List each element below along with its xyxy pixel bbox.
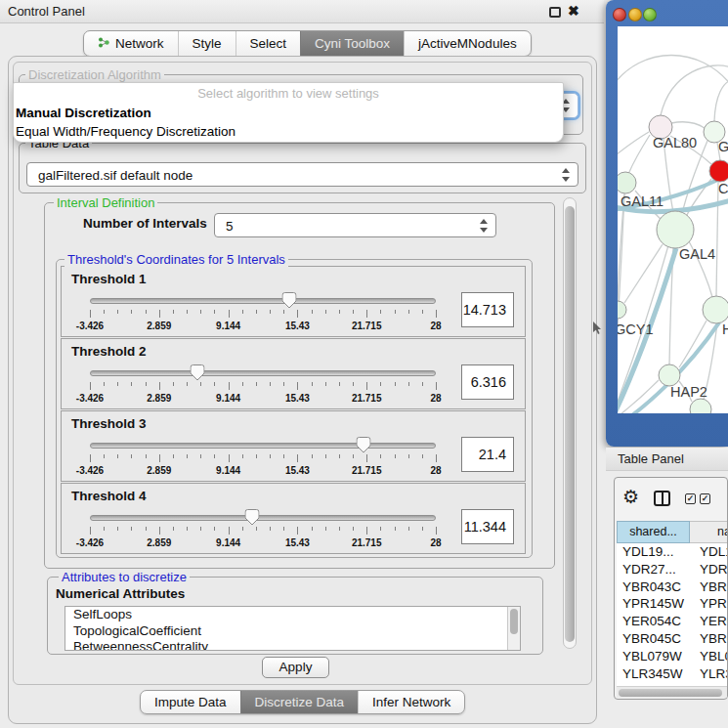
tick-mark — [270, 382, 271, 386]
slider-track[interactable] — [90, 515, 436, 521]
tab-cyni-toolbox[interactable]: Cyni Toolbox — [300, 31, 404, 56]
network-view-window[interactable]: GAL80GACGAL11GAL4GCY1HHAP2 — [606, 0, 728, 447]
network-node[interactable] — [690, 399, 711, 413]
table-row[interactable]: YBL079WYBL0 — [617, 648, 728, 665]
interval-definition-title: Interval Definition — [54, 195, 157, 210]
tick-mark — [187, 382, 188, 386]
network-canvas[interactable]: GAL80GACGAL11GAL4GCY1HHAP2 — [618, 26, 728, 413]
settings-scrollbar[interactable] — [563, 197, 577, 649]
threshold-value-field[interactable]: 11.344 — [461, 509, 514, 544]
slider-track[interactable] — [90, 298, 436, 304]
table-h-scrollbar[interactable] — [617, 686, 727, 698]
tab-label: Infer Network — [372, 695, 450, 709]
tick-mark — [436, 382, 437, 390]
table-data-combo-value: galFiltered.sif default node — [38, 167, 193, 182]
attributes-scrollbar[interactable] — [507, 607, 520, 650]
network-node-h[interactable] — [703, 296, 728, 323]
minimize-traffic-light[interactable] — [628, 8, 642, 21]
scale-label: 28 — [430, 465, 441, 476]
attribute-item-selfloops[interactable]: SelfLoops — [65, 607, 520, 623]
threshold-value-field[interactable]: 6.316 — [461, 364, 514, 400]
tick-mark — [395, 382, 396, 386]
network-node-hap2[interactable] — [659, 364, 680, 386]
table-row[interactable]: YER054CYER0 — [617, 613, 728, 630]
table-row[interactable]: YBR043CYBR0 — [617, 578, 728, 596]
tab-label: Select — [250, 36, 287, 51]
node-label: GA — [718, 139, 728, 154]
tick-mark — [408, 527, 409, 531]
threshold-slider[interactable]: -3.4262.8599.14415.4321.71528 — [90, 290, 436, 335]
tick-mark — [200, 382, 201, 386]
tab-discretize-data[interactable]: Discretize Data — [240, 691, 359, 713]
threshold-value-field[interactable]: 21.4 — [461, 437, 514, 472]
tick-mark — [436, 527, 437, 535]
column-header-shared-name[interactable]: shared... — [617, 521, 690, 543]
table-row[interactable]: YBR045CYBR0 — [617, 630, 728, 648]
tick-mark — [187, 454, 188, 458]
table-row[interactable]: YDR27...YDR2 — [617, 561, 728, 578]
threshold-slider[interactable]: -3.4262.8599.14415.4321.71528 — [90, 435, 436, 480]
checkbox-checked-icon[interactable]: ✓ — [700, 493, 710, 504]
network-graph[interactable]: GAL80GACGAL11GAL4GCY1HHAP2 — [618, 26, 728, 413]
network-edge[interactable] — [714, 80, 728, 121]
tick-mark — [422, 527, 423, 531]
settings-gear-icon[interactable]: ⚙ — [622, 488, 639, 506]
network-node-gal11[interactable] — [618, 172, 636, 193]
table-h-scrollbar-thumb[interactable] — [619, 689, 722, 697]
table-row[interactable]: YPR145WYPR1 — [617, 595, 728, 613]
slider-track[interactable] — [90, 370, 436, 376]
tick-mark — [131, 382, 132, 386]
float-window-icon[interactable] — [549, 7, 561, 18]
attributes-scrollbar-thumb[interactable] — [510, 609, 518, 634]
tick-mark — [229, 310, 230, 318]
table-data-combo[interactable]: galFiltered.sif default node — [26, 162, 578, 187]
threshold-panel: Threshold 2-3.4262.8599.14415.4321.71528… — [61, 338, 526, 409]
threshold-slider[interactable]: -3.4262.8599.14415.4321.71528 — [90, 363, 436, 407]
tab-infer-network[interactable]: Infer Network — [358, 691, 464, 713]
tab-jactivemnodules[interactable]: jActiveMNodules — [404, 31, 531, 56]
tick-mark — [256, 310, 257, 314]
tick-mark — [256, 382, 257, 386]
zoom-traffic-light[interactable] — [643, 8, 657, 21]
number-of-intervals-combo[interactable]: 5 — [214, 213, 496, 237]
close-traffic-light[interactable] — [613, 8, 626, 21]
network-edge[interactable] — [661, 65, 728, 115]
column-layout-icon[interactable] — [654, 491, 670, 506]
attribute-item-betweennesscentrality[interactable]: BetweennessCentrality — [65, 639, 520, 651]
tick-mark — [312, 527, 313, 531]
tab-style[interactable]: Style — [178, 31, 236, 56]
network-edge[interactable] — [624, 244, 663, 303]
tab-select[interactable]: Select — [236, 31, 301, 56]
network-node-gal4[interactable] — [657, 211, 694, 248]
settings-scrollbar-thumb[interactable] — [565, 206, 575, 642]
scale-label: 9.144 — [216, 465, 240, 476]
network-edge[interactable] — [716, 182, 718, 296]
network-node-c[interactable] — [709, 160, 728, 182]
slider-track[interactable] — [90, 443, 436, 449]
tab-network[interactable]: Network — [84, 31, 178, 56]
checkbox-checked-icon[interactable]: ✓ — [685, 493, 696, 504]
column-header-name[interactable]: na — [690, 521, 728, 543]
apply-button[interactable]: Apply — [262, 657, 329, 678]
table-row[interactable]: YLR345WYLR3 — [617, 665, 728, 683]
close-icon[interactable]: ✖ — [568, 3, 579, 19]
cell-name: YBR0 — [700, 578, 728, 596]
dropdown-option-equal-width-frequency[interactable]: Equal Width/Frequency Discretization — [14, 122, 563, 141]
dropdown-option-manual-discretization[interactable]: Manual Discretization — [14, 104, 563, 122]
slider-ticks — [90, 527, 436, 535]
numerical-attributes-list[interactable]: SelfLoopsTopologicalCoefficientBetweenne… — [64, 606, 521, 651]
threshold-slider[interactable]: -3.4262.8599.14415.4321.71528 — [90, 507, 436, 552]
scale-label: 15.43 — [285, 393, 310, 404]
network-node-gcy1[interactable] — [618, 301, 626, 319]
tab-impute-data[interactable]: Impute Data — [141, 691, 240, 713]
tick-mark — [270, 454, 271, 458]
network-edge[interactable] — [629, 135, 650, 172]
network-edge[interactable] — [671, 122, 705, 128]
threshold-value-field[interactable]: 14.713 — [461, 292, 514, 327]
tick-mark — [159, 527, 160, 535]
table-row[interactable]: YDL19...YDL1 — [617, 543, 728, 561]
tick-mark — [395, 454, 396, 458]
attribute-item-topologicalcoefficient[interactable]: TopologicalCoefficient — [65, 623, 520, 640]
scale-label: 2.859 — [147, 465, 171, 476]
network-edge[interactable] — [618, 56, 728, 88]
